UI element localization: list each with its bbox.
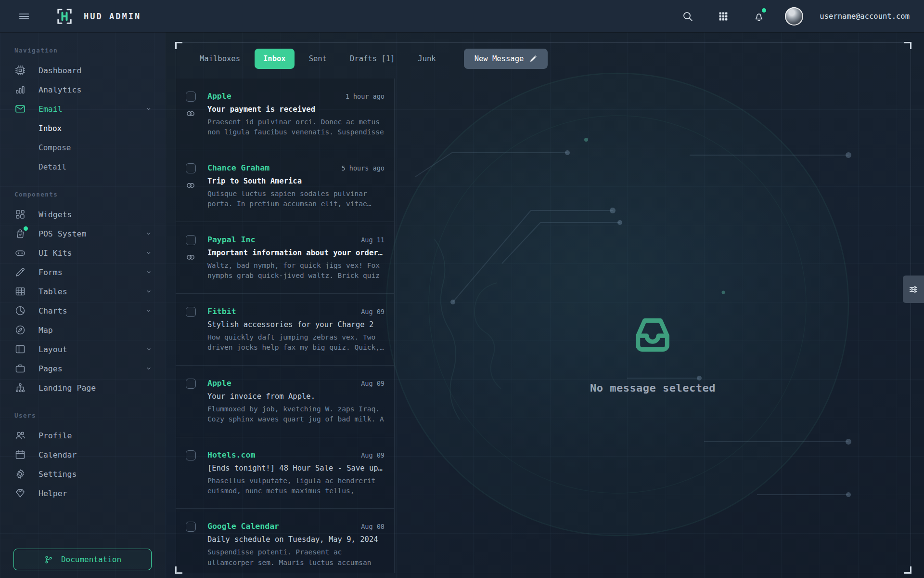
brand-title: HUD ADMIN xyxy=(84,12,141,21)
message-summary: Apple1 hour agoYour payment is receivedP… xyxy=(207,92,385,138)
apps-grid-icon[interactable] xyxy=(714,7,733,26)
message-controls xyxy=(182,307,199,353)
message-subject: Your invoice from Apple. xyxy=(207,392,385,401)
tab-drafts-1[interactable]: Drafts [1] xyxy=(341,49,403,69)
message-header: Google CalendarAug 08 xyxy=(207,522,385,531)
message-list-item[interactable]: Chance Graham5 hours agoTrip to South Am… xyxy=(176,150,394,222)
sidebar-item-email[interactable]: Email xyxy=(0,99,165,118)
calendar-icon xyxy=(14,449,26,460)
sidebar-subitem-compose[interactable]: Compose xyxy=(0,138,165,157)
sidebar-item-label: Layout xyxy=(38,345,67,354)
sidebar-item-calendar[interactable]: Calendar xyxy=(0,445,165,464)
message-list-item[interactable]: FitbitAug 09Stylish accessories for your… xyxy=(176,294,394,366)
section-label: Users xyxy=(0,412,165,419)
chevron-down-icon xyxy=(145,365,153,372)
link-icon xyxy=(185,108,196,119)
menu-icon[interactable] xyxy=(14,7,34,26)
message-list-item[interactable]: Paypal IncAug 11Important information ab… xyxy=(176,222,394,294)
documentation-button[interactable]: Documentation xyxy=(13,549,152,570)
sidebar-item-label: Email xyxy=(38,105,63,114)
message-list: Apple1 hour agoYour payment is receivedP… xyxy=(176,79,395,573)
chevron-down-icon xyxy=(145,230,153,237)
link-icon xyxy=(185,252,196,263)
tab-inbox[interactable]: Inbox xyxy=(255,49,295,69)
chevron-down-icon xyxy=(145,105,153,113)
app-logo[interactable] xyxy=(54,6,75,27)
sidebar-item-label: Calendar xyxy=(38,450,77,460)
sidebar-item-dashboard[interactable]: Dashboard xyxy=(0,61,165,80)
message-checkbox[interactable] xyxy=(186,92,196,102)
sidebar-item-helper[interactable]: Helper xyxy=(0,484,165,503)
sidebar-item-label: Landing Page xyxy=(38,383,96,393)
message-header: Paypal IncAug 11 xyxy=(207,235,385,244)
new-message-button[interactable]: New Message xyxy=(464,49,548,69)
message-sender: Chance Graham xyxy=(207,163,270,172)
message-list-item[interactable]: Hotels.comAug 09[Ends tonight!] 48 Hour … xyxy=(176,437,394,509)
chevron-down-icon xyxy=(145,249,153,257)
sidebar-item-forms[interactable]: Forms xyxy=(0,263,165,282)
mail-content: MailboxesInboxSentDrafts [1]JunkNew Mess… xyxy=(165,32,924,578)
sidebar-item-profile[interactable]: Profile xyxy=(0,426,165,445)
message-header: Apple1 hour ago xyxy=(207,92,385,101)
pie-chart-icon xyxy=(14,305,26,316)
tab-mailboxes[interactable]: Mailboxes xyxy=(191,49,249,69)
sidebar-item-label: UI Kits xyxy=(38,249,72,258)
message-checkbox[interactable] xyxy=(186,235,196,245)
message-summary: FitbitAug 09Stylish accessories for your… xyxy=(207,307,385,353)
message-list-item[interactable]: Apple1 hour agoYour payment is receivedP… xyxy=(176,79,394,150)
sidebar-section-users: UsersProfileCalendarSettingsHelper xyxy=(0,412,165,503)
sidebar-item-settings[interactable]: Settings xyxy=(0,464,165,484)
users-icon xyxy=(14,430,26,441)
search-icon[interactable] xyxy=(678,7,697,26)
settings-drawer-toggle[interactable] xyxy=(903,276,924,303)
message-list-item[interactable]: AppleAug 09Your invoice from Apple.Flumm… xyxy=(176,366,394,437)
bell-icon[interactable] xyxy=(749,7,769,26)
sidebar-item-label: Charts xyxy=(38,306,67,315)
gamepad-icon xyxy=(14,247,26,259)
message-subject: Your payment is received xyxy=(207,105,385,114)
sidebar-item-pages[interactable]: Pages xyxy=(0,359,165,378)
sliders-icon xyxy=(908,284,919,295)
sidebar-subitem-inbox[interactable]: Inbox xyxy=(0,118,165,138)
message-checkbox[interactable] xyxy=(186,522,196,532)
notification-dot xyxy=(762,8,766,13)
sidebar-item-widgets[interactable]: Widgets xyxy=(0,205,165,224)
sidebar-nav: NavigationDashboardAnalyticsEmailInboxCo… xyxy=(0,47,165,503)
message-sender: Paypal Inc xyxy=(207,235,255,244)
message-checkbox[interactable] xyxy=(186,379,196,389)
sidebar: NavigationDashboardAnalyticsEmailInboxCo… xyxy=(0,32,165,578)
sidebar-item-charts[interactable]: Charts xyxy=(0,301,165,320)
chevron-down-icon xyxy=(145,345,153,353)
user-avatar[interactable] xyxy=(785,7,803,26)
message-preview: Praesent id pulvinar orci. Donec ac metu… xyxy=(207,117,385,138)
message-checkbox[interactable] xyxy=(186,450,196,460)
sidebar-item-ui-kits[interactable]: UI Kits xyxy=(0,243,165,263)
tab-junk[interactable]: Junk xyxy=(409,49,444,69)
message-list-item[interactable]: Google CalendarAug 08Daily schedule on T… xyxy=(176,509,394,573)
message-checkbox[interactable] xyxy=(186,163,196,173)
tab-sent[interactable]: Sent xyxy=(300,49,335,69)
sidebar-item-pos-system[interactable]: POS System xyxy=(0,224,165,243)
sidebar-item-tables[interactable]: Tables xyxy=(0,282,165,301)
sidebar-item-layout[interactable]: Layout xyxy=(0,340,165,359)
sidebar-subitem-detail[interactable]: Detail xyxy=(0,157,165,176)
sidebar-item-map[interactable]: Map xyxy=(0,320,165,340)
sidebar-item-label: POS System xyxy=(38,229,86,238)
message-subject: [Ends tonight!] 48 Hour Sale - Save up t… xyxy=(207,464,385,473)
sidebar-item-label: Helper xyxy=(38,489,67,498)
message-controls xyxy=(182,522,199,568)
sidebar-item-landing-page[interactable]: Landing Page xyxy=(0,378,165,397)
status-dot xyxy=(24,226,28,231)
message-preview: Waltz, bad nymph, for quick jigs vex! Fo… xyxy=(207,261,385,281)
sidebar-item-analytics[interactable]: Analytics xyxy=(0,80,165,99)
message-sender: Google Calendar xyxy=(207,522,279,531)
chevron-down-icon xyxy=(145,288,153,295)
message-time: 5 hours ago xyxy=(338,164,385,172)
section-label: Components xyxy=(0,191,165,198)
sidebar-item-label: Map xyxy=(38,326,53,335)
sidebar-item-label: Widgets xyxy=(38,210,72,219)
message-checkbox[interactable] xyxy=(186,307,196,317)
user-email[interactable]: username@account.com xyxy=(820,12,910,21)
mail-icon xyxy=(14,103,26,115)
sidebar-item-label: Settings xyxy=(38,470,77,479)
